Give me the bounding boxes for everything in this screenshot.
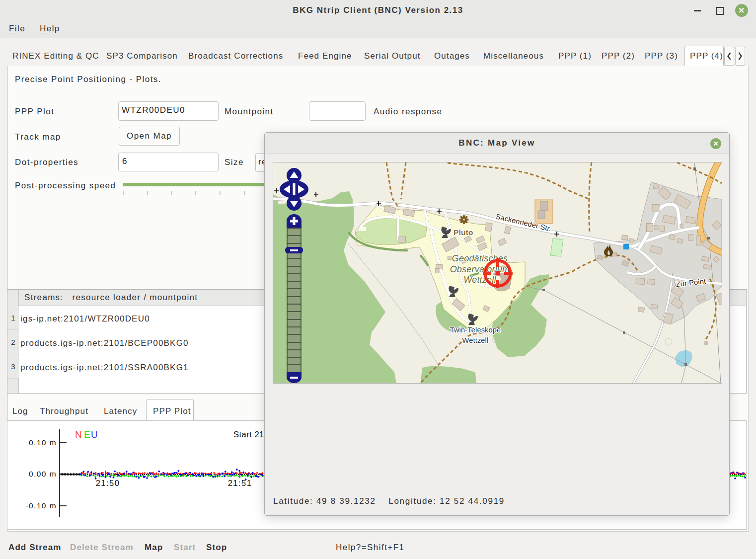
svg-text:Pluto: Pluto	[454, 228, 473, 237]
svg-text:Observatorium: Observatorium	[450, 264, 510, 274]
svg-text:Twin-Teleskope: Twin-Teleskope	[450, 326, 501, 334]
svg-text:Wettzell: Wettzell	[462, 336, 489, 344]
